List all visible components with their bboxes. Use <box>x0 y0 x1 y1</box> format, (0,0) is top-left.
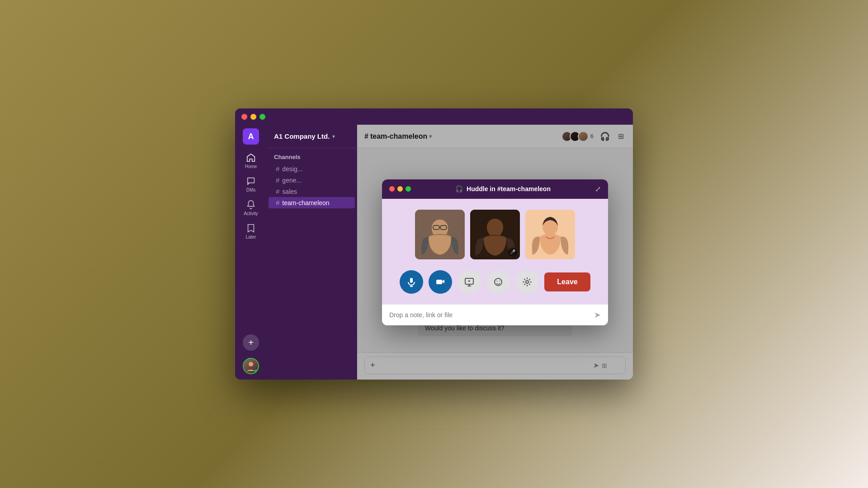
mute-icon-2: 🎤 <box>508 248 517 257</box>
svg-point-9 <box>487 219 503 237</box>
channel-name-sales: sales <box>282 188 297 195</box>
huddle-title: 🎧 Huddle in #team-chameleon <box>415 185 590 192</box>
participant-card-3 <box>525 210 575 259</box>
settings-button[interactable] <box>515 270 539 294</box>
later-icon <box>246 223 256 233</box>
screen-share-button[interactable] <box>458 270 481 294</box>
dms-icon <box>246 176 256 186</box>
emoji-icon <box>493 277 503 287</box>
add-button[interactable]: + <box>243 334 259 351</box>
channel-item-team-chameleon[interactable]: # team-chameleon <box>269 197 355 208</box>
channel-name-design: desig... <box>282 165 302 173</box>
leave-button[interactable]: Leave <box>544 272 590 291</box>
svg-point-21 <box>496 281 497 282</box>
close-button[interactable] <box>241 114 247 120</box>
window-traffic-lights <box>241 114 265 120</box>
huddle-close-button[interactable] <box>389 186 395 192</box>
svg-rect-13 <box>410 278 413 283</box>
huddle-overlay: 🎧 Huddle in #team-chameleon ⤢ <box>357 125 633 380</box>
channel-item-design[interactable]: # desig... <box>269 163 355 174</box>
note-input[interactable] <box>389 311 590 319</box>
mic-icon <box>406 277 416 287</box>
channel-name-team-chameleon: team-chameleon <box>282 199 329 206</box>
mic-button[interactable] <box>400 270 423 294</box>
workspace-chevron: ▾ <box>332 133 335 140</box>
app-window: A Home DMs Activity <box>235 108 633 380</box>
huddle-traffic-lights <box>389 186 411 192</box>
icon-sidebar: A Home DMs Activity <box>235 125 267 380</box>
huddle-modal: 🎧 Huddle in #team-chameleon ⤢ <box>382 179 608 325</box>
huddle-headphone-icon: 🎧 <box>455 185 463 192</box>
video-button[interactable] <box>429 270 452 294</box>
participant-face-3 <box>525 210 575 259</box>
activity-label: Activity <box>244 211 258 216</box>
workspace-name: A1 Company Ltd. <box>274 132 330 140</box>
svg-point-23 <box>526 281 528 283</box>
screen-icon <box>464 277 474 287</box>
huddle-maximize-button[interactable] <box>406 186 411 192</box>
sidebar-item-dms[interactable]: DMs <box>237 174 264 195</box>
huddle-controls: Leave <box>393 270 597 294</box>
workspace-header[interactable]: A1 Company Ltd. ▾ <box>267 125 357 148</box>
participant-card-1 <box>415 210 465 259</box>
user-avatar[interactable] <box>243 358 259 374</box>
huddle-body: 🎤 <box>382 199 608 305</box>
channels-label: Channels <box>267 154 357 163</box>
channels-section: Channels # desig... # gene... # sales # … <box>267 148 357 210</box>
huddle-title-bar: 🎧 Huddle in #team-chameleon ⤢ <box>382 179 608 199</box>
main-content: # team-chameleon ▾ 6 🎧 ⊞ <box>357 125 633 380</box>
activity-icon <box>246 200 256 210</box>
huddle-note-area: ➤ <box>382 305 608 325</box>
workspace-avatar[interactable]: A <box>243 128 259 145</box>
online-status-dot <box>254 369 258 373</box>
later-label: Later <box>246 235 256 239</box>
huddle-expand-button[interactable]: ⤢ <box>595 185 601 193</box>
emoji-button[interactable] <box>486 270 510 294</box>
channel-item-sales[interactable]: # sales <box>269 186 355 197</box>
hash-icon: # <box>276 188 279 195</box>
gear-icon <box>522 277 532 287</box>
sidebar-item-home[interactable]: Home <box>237 150 264 172</box>
home-label: Home <box>245 164 257 169</box>
svg-rect-16 <box>436 280 442 284</box>
video-icon <box>435 277 445 287</box>
sidebar-item-activity[interactable]: Activity <box>237 197 264 219</box>
channel-name-general: gene... <box>282 177 302 184</box>
participant-card-2: 🎤 <box>470 210 520 259</box>
svg-point-22 <box>499 281 500 282</box>
participant-grid: 🎤 <box>393 210 597 259</box>
huddle-minimize-button[interactable] <box>397 186 403 192</box>
channel-sidebar: A1 Company Ltd. ▾ Channels # desig... # … <box>267 125 357 380</box>
minimize-button[interactable] <box>250 114 256 120</box>
hash-icon: # <box>276 176 279 184</box>
maximize-button[interactable] <box>259 114 265 120</box>
sidebar-item-later[interactable]: Later <box>237 221 264 242</box>
svg-point-0 <box>249 362 253 366</box>
note-send-button[interactable]: ➤ <box>594 310 601 320</box>
channel-item-general[interactable]: # gene... <box>269 174 355 186</box>
hash-icon: # <box>276 165 279 173</box>
home-icon <box>246 153 256 163</box>
participant-face-1 <box>415 210 465 259</box>
dms-label: DMs <box>246 188 256 192</box>
hash-icon: # <box>276 199 279 206</box>
huddle-title-text: Huddle in #team-chameleon <box>467 185 551 192</box>
